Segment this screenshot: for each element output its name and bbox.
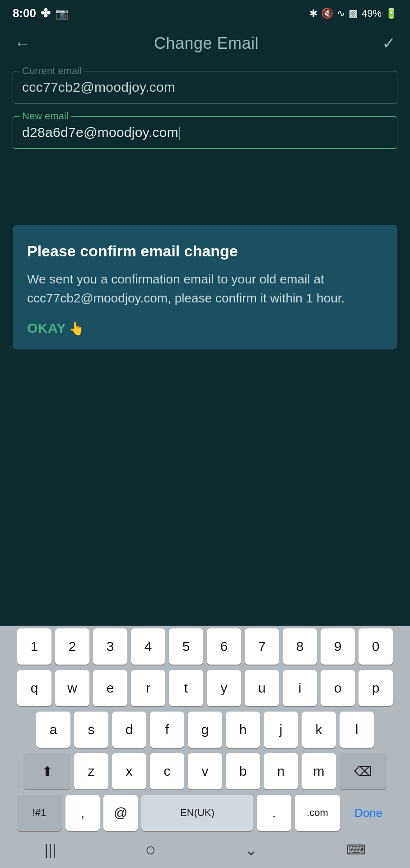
space-key[interactable]: EN(UK)	[141, 795, 253, 831]
done-key[interactable]: Done	[344, 795, 393, 831]
key-4[interactable]: 4	[131, 628, 165, 665]
key-1[interactable]: 1	[17, 628, 51, 665]
key-h[interactable]: h	[226, 712, 260, 748]
status-time-group: 8:00 ✤ 📷	[13, 6, 69, 20]
key-p[interactable]: p	[359, 670, 393, 706]
key-8[interactable]: 8	[283, 628, 317, 665]
key-s[interactable]: s	[74, 712, 108, 748]
keyboard-number-row: 1 2 3 4 5 6 7 8 9 0	[0, 626, 410, 667]
mute-icon: 🔇	[321, 8, 333, 19]
key-z[interactable]: z	[74, 753, 108, 789]
key-5[interactable]: 5	[169, 628, 203, 665]
menu-nav-icon[interactable]: |||	[44, 841, 56, 859]
key-f[interactable]: f	[150, 712, 184, 748]
key-3[interactable]: 3	[93, 628, 127, 665]
app-header: ← Change Email ✓	[0, 25, 410, 62]
battery-percent: 49%	[362, 8, 382, 19]
battery-icon: 🔋	[385, 8, 397, 19]
key-j[interactable]: j	[264, 712, 298, 748]
key-9[interactable]: 9	[321, 628, 355, 665]
key-e[interactable]: e	[93, 670, 127, 706]
cursor-hand-icon: 👆	[69, 321, 85, 336]
period-key[interactable]: .	[257, 795, 291, 831]
key-n[interactable]: n	[264, 753, 298, 789]
signal-icon: ▩	[349, 8, 358, 19]
key-2[interactable]: 2	[55, 628, 89, 665]
new-email-field[interactable]: New email d28a6d7e@moodjoy.com	[13, 116, 397, 149]
dotcom-key[interactable]: .com	[295, 795, 340, 831]
back-button[interactable]: ←	[14, 34, 31, 53]
key-y[interactable]: y	[207, 670, 241, 706]
key-b[interactable]: b	[226, 753, 260, 789]
content-area: Current email ccc77cb2@moodjoy.com New e…	[0, 62, 410, 170]
key-m[interactable]: m	[302, 753, 336, 789]
key-t[interactable]: t	[169, 670, 203, 706]
dialog-ok-button[interactable]: OKAY👆	[27, 321, 383, 336]
current-email-label: Current email	[19, 65, 84, 77]
keyboard-nav-icon[interactable]: ⌨	[346, 842, 366, 858]
camera-icon: 📷	[55, 7, 69, 20]
key-i[interactable]: i	[283, 670, 317, 706]
key-7[interactable]: 7	[245, 628, 279, 665]
new-email-label: New email	[19, 110, 71, 122]
key-o[interactable]: o	[321, 670, 355, 706]
keyboard: 1 2 3 4 5 6 7 8 9 0 q w e r t y u i o p …	[0, 626, 410, 868]
key-d[interactable]: d	[112, 712, 146, 748]
confirm-button[interactable]: ✓	[382, 34, 396, 53]
key-u[interactable]: u	[245, 670, 279, 706]
keyboard-bottom-row: !#1 , @ EN(UK) . .com Done	[0, 792, 410, 834]
key-r[interactable]: r	[131, 670, 165, 706]
shift-key[interactable]: ⬆	[23, 753, 70, 789]
current-email-value: ccc77cb2@moodjoy.com	[22, 78, 388, 95]
backspace-key[interactable]: ⌫	[340, 753, 387, 789]
key-0[interactable]: 0	[359, 628, 393, 665]
status-icons-group: ✱ 🔇 ∿ ▩ 49% 🔋	[309, 8, 397, 19]
key-k[interactable]: k	[302, 712, 336, 748]
dialog-title: Please confirm email change	[27, 241, 383, 261]
key-q[interactable]: q	[17, 670, 51, 706]
key-w[interactable]: w	[55, 670, 89, 706]
navigation-bar: ||| ○ ⌄ ⌨	[0, 834, 410, 868]
back-nav-icon[interactable]: ⌄	[245, 841, 257, 859]
key-l[interactable]: l	[340, 712, 374, 748]
confirm-dialog: Please confirm email change We sent you …	[13, 225, 397, 349]
key-v[interactable]: v	[188, 753, 222, 789]
new-email-value: d28a6d7e@moodjoy.com	[22, 123, 388, 140]
key-x[interactable]: x	[112, 753, 146, 789]
comma-key[interactable]: ,	[65, 795, 100, 831]
page-title: Change Email	[154, 34, 259, 53]
keyboard-qwerty-row: q w e r t y u i o p	[0, 667, 410, 709]
text-cursor	[179, 127, 180, 140]
key-c[interactable]: c	[150, 753, 184, 789]
current-email-field: Current email ccc77cb2@moodjoy.com	[13, 71, 397, 104]
symbols-key[interactable]: !#1	[17, 795, 62, 831]
dialog-body: We sent you a confirmation email to your…	[27, 270, 383, 308]
slack-icon: ✤	[41, 6, 51, 20]
key-g[interactable]: g	[188, 712, 222, 748]
status-bar: 8:00 ✤ 📷 ✱ 🔇 ∿ ▩ 49% 🔋	[0, 0, 410, 25]
key-a[interactable]: a	[36, 712, 70, 748]
at-key[interactable]: @	[103, 795, 138, 831]
home-nav-icon[interactable]: ○	[145, 840, 156, 860]
key-6[interactable]: 6	[207, 628, 241, 665]
wifi-icon: ∿	[337, 8, 345, 19]
status-time: 8:00	[13, 6, 36, 20]
bluetooth-icon: ✱	[309, 8, 317, 19]
keyboard-asdf-row: a s d f g h j k l	[0, 709, 410, 750]
keyboard-zxcv-row: ⬆ z x c v b n m ⌫	[0, 750, 410, 792]
